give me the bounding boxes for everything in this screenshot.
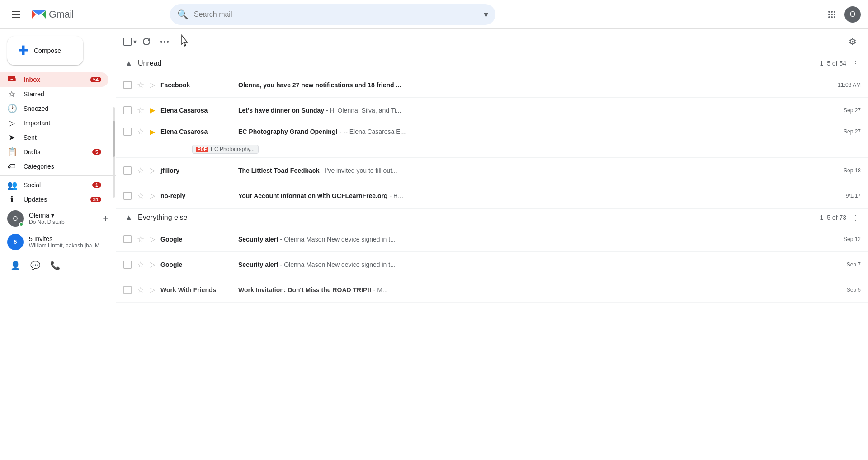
menu-icon[interactable]	[7, 5, 25, 24]
sidebar-item-inbox[interactable]: Inbox 54	[0, 72, 108, 87]
social-label: Social	[24, 181, 85, 189]
unread-section-count: 1–5 of 54	[820, 60, 846, 67]
row-important-marker[interactable]: ▶	[150, 128, 155, 136]
svg-point-6	[834, 14, 835, 15]
row-star[interactable]: ☆	[137, 260, 144, 270]
email-subject: Olenna, you have 27 new notifications an…	[238, 81, 401, 89]
sidebar-item-updates[interactable]: ℹ Updates 31	[0, 192, 108, 207]
email-subject-preview: Work Invitation: Don't Miss the ROAD TRI…	[238, 286, 819, 294]
account-avatar[interactable]: O	[844, 6, 861, 23]
refresh-button[interactable]	[138, 33, 155, 50]
row-star[interactable]: ☆	[137, 166, 144, 175]
svg-point-12	[164, 41, 165, 43]
unread-section-header: ▲ Unread 1–5 of 54 ⋮	[116, 54, 868, 72]
email-row[interactable]: ☆ ▷ no-reply Your Account Information wi…	[116, 183, 868, 209]
row-checkbox[interactable]	[123, 166, 132, 175]
people-bottom-icon[interactable]: 👤	[7, 257, 24, 274]
row-star[interactable]: ☆	[137, 234, 144, 244]
select-all-checkbox[interactable]	[123, 38, 132, 46]
email-row[interactable]: ☆ ▷ jfillory The Littlest Toad Feedback …	[116, 158, 868, 183]
email-sender: Elena Casarosa	[160, 107, 233, 114]
select-dropdown-chevron[interactable]: ▾	[133, 38, 137, 45]
chat-bottom-icon[interactable]: 💬	[27, 257, 43, 274]
cursor-area	[180, 34, 189, 49]
invites-title: 5 Invites	[29, 235, 108, 242]
email-row[interactable]: ☆ ▶ Elena Casarosa EC Photography Grand …	[116, 123, 868, 158]
sidebar-item-categories[interactable]: 🏷 Categories	[0, 159, 108, 174]
sidebar-item-drafts[interactable]: 📋 Drafts 5	[0, 145, 108, 159]
sidebar-scrollbar-thumb[interactable]	[113, 121, 115, 157]
invites-avatar: 5	[7, 234, 24, 250]
row-important-marker[interactable]: ▷	[150, 191, 155, 200]
email-row[interactable]: ☆ ▶ Elena Casarosa Let's have dinner on …	[116, 98, 868, 123]
everything-else-more[interactable]: ⋮	[850, 212, 861, 223]
row-important-marker[interactable]: ▶	[150, 106, 155, 114]
snoozed-label: Snoozed	[24, 105, 101, 112]
sidebar-item-snoozed[interactable]: 🕐 Snoozed	[0, 101, 108, 116]
everything-else-collapse-button[interactable]: ▲	[123, 212, 134, 223]
apps-button[interactable]	[823, 5, 841, 24]
drafts-label: Drafts	[24, 148, 85, 156]
phone-bottom-icon[interactable]: 📞	[47, 257, 63, 274]
email-row[interactable]: ☆ ▷ Facebook Olenna, you have 27 new not…	[116, 72, 868, 98]
settings-button[interactable]: ⚙	[844, 33, 861, 50]
user-status: Do Not Disturb	[29, 219, 97, 225]
bottom-icons-bar: 👤 💬 📞	[0, 254, 116, 277]
row-checkbox[interactable]	[123, 106, 132, 114]
email-row[interactable]: ☆ ▷ Google Security alert - Olenna Mason…	[116, 252, 868, 277]
row-checkbox[interactable]	[123, 261, 132, 269]
row-important-marker[interactable]: ▷	[150, 166, 155, 175]
row-star[interactable]: ☆	[137, 127, 144, 137]
email-row[interactable]: ☆ ▷ Google Security alert - Olenna Mason…	[116, 227, 868, 252]
sidebar-item-starred[interactable]: ☆ Starred	[0, 87, 108, 101]
invites-info: 5 Invites William Lintott, aakash jha, M…	[29, 235, 108, 249]
email-time: 11:08 AM	[825, 82, 861, 88]
sidebar-item-sent[interactable]: ➤ Sent	[0, 130, 108, 145]
sent-icon: ➤	[7, 133, 16, 142]
invites-section[interactable]: 5 5 Invites William Lintott, aakash jha,…	[0, 230, 116, 254]
search-input[interactable]	[194, 10, 484, 19]
starred-icon: ☆	[7, 89, 16, 99]
row-important-marker[interactable]: ▷	[150, 285, 155, 294]
email-toolbar: ▾ ⚙	[116, 29, 868, 54]
row-important-marker[interactable]: ▷	[150, 81, 155, 89]
svg-point-4	[828, 14, 830, 15]
user-section[interactable]: O Olenna ▾ Do Not Disturb +	[0, 207, 116, 230]
toolbar-left: ▾	[123, 33, 173, 50]
sidebar-item-social[interactable]: 👥 Social 1	[0, 178, 108, 192]
row-important-marker[interactable]: ▷	[150, 235, 155, 243]
user-avatar: O	[7, 210, 24, 227]
add-account-button[interactable]: +	[103, 213, 108, 224]
row-checkbox[interactable]	[123, 81, 132, 89]
email-subject: Work Invitation: Don't Miss the ROAD TRI…	[238, 286, 372, 294]
email-row[interactable]: ☆ ▷ Work With Friends Work Invitation: D…	[116, 277, 868, 303]
row-star[interactable]: ☆	[137, 105, 144, 115]
email-subject-preview: Security alert - Olenna Mason New device…	[238, 236, 819, 243]
attachment-chip[interactable]: PDF EC Photography...	[192, 145, 259, 154]
row-star[interactable]: ☆	[137, 80, 144, 90]
email-subject: The Littlest Toad Feedback	[238, 167, 319, 174]
user-name: Olenna ▾	[29, 212, 97, 219]
invites-subtitle: William Lintott, aakash jha, M...	[29, 242, 108, 249]
updates-icon: ℹ	[7, 194, 16, 204]
row-star[interactable]: ☆	[137, 191, 144, 201]
more-options-button[interactable]	[156, 33, 173, 50]
search-icon: 🔍	[177, 9, 189, 20]
pdf-badge: PDF	[196, 147, 208, 152]
row-important-marker[interactable]: ▷	[150, 260, 155, 269]
row-checkbox[interactable]	[123, 286, 132, 294]
row-checkbox[interactable]	[123, 235, 132, 243]
compose-button[interactable]: ✚ Compose	[7, 36, 83, 65]
main-layout: ✚ Compose Inbox 54 ☆ Starred 🕐 Snoozed	[0, 29, 868, 460]
search-dropdown-icon[interactable]: ▾	[484, 9, 488, 20]
sidebar-item-important[interactable]: ▷ Important	[0, 116, 108, 130]
row-checkbox[interactable]	[123, 192, 132, 200]
unread-section-more[interactable]: ⋮	[850, 58, 861, 69]
unread-collapse-button[interactable]: ▲	[123, 58, 134, 69]
row-checkbox[interactable]	[123, 128, 132, 136]
svg-point-3	[834, 11, 835, 13]
email-time: Sep 18	[825, 167, 861, 174]
updates-label: Updates	[24, 196, 83, 203]
row-star[interactable]: ☆	[137, 285, 144, 295]
email-sender: Work With Friends	[160, 286, 233, 294]
